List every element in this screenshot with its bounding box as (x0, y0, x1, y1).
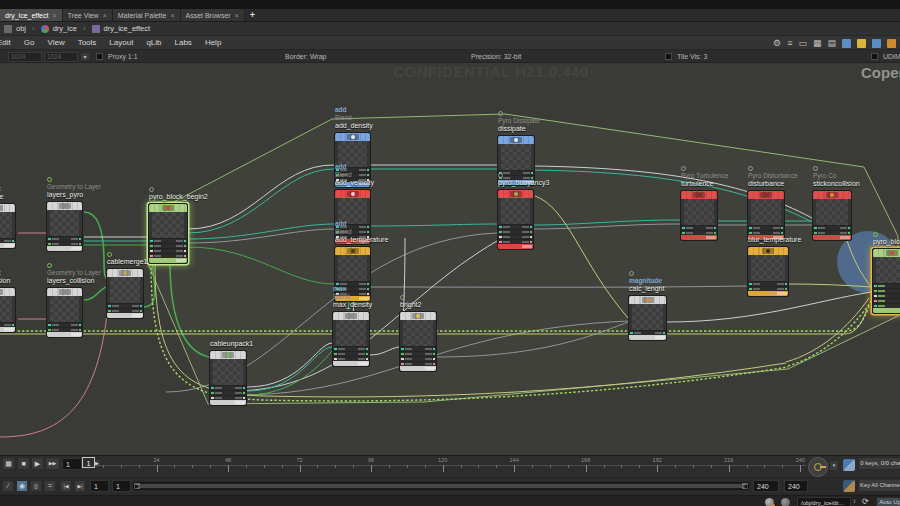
new-tab-button[interactable]: + (245, 9, 260, 21)
playback-range-slider[interactable]: ▶ ◀ (133, 482, 749, 490)
graph-node-pyro_block_begin2[interactable]: pyro_block_begin2 (148, 203, 188, 264)
tile-vis-checkbox[interactable] (665, 53, 672, 60)
range-handle-left[interactable]: ▶ (134, 483, 140, 489)
graph-node-ision[interactable]: rtision (0, 287, 16, 333)
close-icon[interactable]: × (103, 12, 107, 19)
network-editor-canvas[interactable]: CONFIDENTIAL H21.0.440 Copernicus rtcert… (0, 0, 900, 506)
playback-start-field[interactable]: 1 (112, 480, 131, 492)
graph-node-add_temperature[interactable]: addBlendadd_temperature (334, 246, 371, 302)
node-body[interactable] (628, 295, 667, 341)
goto-end-button[interactable]: ▶| (74, 480, 86, 492)
grid-view-icon[interactable]: ▦ (813, 37, 822, 49)
channel-editor-icon[interactable] (843, 459, 855, 471)
key-options-dropdown[interactable]: ▾ (829, 460, 839, 471)
graph-node-disturbance[interactable]: Pyro Disturbancedisturbance (747, 190, 785, 241)
blue-panel-2-icon[interactable] (872, 39, 881, 48)
graph-node-cablemerge1[interactable]: cablemerge1 (106, 268, 144, 319)
step-options-icon[interactable]: = (44, 480, 56, 492)
keyframe-photo-icon[interactable] (843, 480, 855, 492)
resolution-dropdown[interactable]: ▾ (80, 52, 90, 61)
node-body[interactable] (209, 350, 247, 406)
playhead-marker[interactable]: 1 (82, 457, 95, 468)
playback-end-field[interactable]: 240 (753, 480, 779, 492)
graph-node-bright2[interactable]: bright2 (399, 311, 437, 372)
menu-edit[interactable]: Edit (0, 38, 11, 47)
graph-node-dissipate[interactable]: Pyro Dissipatedissipate (497, 135, 535, 186)
graph-node-layers_collision[interactable]: Geometry to Layerlayers_collision (46, 287, 83, 338)
node-body[interactable] (812, 190, 852, 241)
close-icon[interactable]: × (52, 12, 56, 19)
node-body[interactable] (334, 132, 371, 188)
menu-layout[interactable]: Layout (109, 38, 133, 47)
goto-start-button[interactable]: |◀ (60, 480, 72, 492)
menu-tools[interactable]: Tools (78, 38, 97, 47)
tab-asset-browser[interactable]: Asset Browser × (181, 9, 245, 21)
graph-node-pyro_buoyancy3[interactable]: pyro_buoyancy3 (497, 189, 534, 250)
node-body[interactable] (0, 203, 16, 249)
yellow-panel-icon[interactable] (857, 39, 866, 48)
resolution-height-field[interactable]: 1024 (44, 52, 78, 62)
slope-icon[interactable]: ∕ (2, 480, 14, 492)
graph-node-pyro_block_end2[interactable]: pyro_block_end2 (872, 248, 900, 314)
key-options-button[interactable] (808, 457, 828, 477)
node-body[interactable] (747, 190, 785, 241)
breadcrumb-dry-ice-effect[interactable]: dry_ice_effect (104, 24, 151, 33)
tab-dry-ice-effect[interactable]: dry_ice_effect × (0, 9, 63, 21)
tab-tree-view[interactable]: Tree View × (63, 9, 113, 21)
menu-help[interactable]: Help (205, 38, 221, 47)
tools-gear-icon[interactable]: ⚙ (773, 37, 781, 49)
refresh-icon[interactable]: ⟳ (862, 497, 869, 506)
resolution-width-field[interactable]: 1024 (8, 52, 42, 62)
breadcrumb-dry-ice[interactable]: dry_ice (53, 24, 77, 33)
menu-labs[interactable]: Labs (175, 38, 192, 47)
orange-panel-icon[interactable] (887, 39, 896, 48)
list-bars-icon[interactable]: ≡ (787, 37, 792, 49)
close-icon[interactable]: × (170, 12, 174, 19)
node-body[interactable] (680, 190, 718, 241)
current-node-path-field[interactable]: /obj/dry_ice/dr... (797, 497, 851, 506)
path-spinner-icon[interactable]: ↕ (853, 498, 856, 504)
proxy-checkbox[interactable] (96, 53, 103, 60)
range-handle-right[interactable]: ◀ (742, 483, 748, 489)
node-body[interactable] (46, 201, 83, 252)
node-body[interactable] (0, 287, 16, 333)
node-body[interactable] (334, 189, 371, 245)
node-body[interactable] (497, 189, 534, 250)
node-body[interactable] (332, 311, 370, 367)
range-start-field[interactable]: 1 (90, 480, 109, 492)
menu-view[interactable]: View (47, 38, 64, 47)
monitor-icon[interactable]: ▭ (798, 37, 807, 49)
graph-node-add_velocity[interactable]: addBlendadd_velocity (334, 189, 371, 245)
node-body[interactable] (148, 203, 188, 264)
breadcrumb-obj[interactable]: obj (16, 24, 26, 33)
graph-node-blur_temperature[interactable]: blur_temperature (747, 246, 789, 297)
close-icon[interactable]: × (235, 12, 239, 19)
keyframe-options-icon[interactable]: {} (30, 480, 42, 492)
node-body[interactable] (497, 135, 535, 186)
node-body[interactable] (872, 248, 900, 314)
udim-checkbox[interactable] (871, 53, 878, 60)
key-all-channels-button[interactable]: Key All Channels (858, 479, 900, 492)
graph-node-turbulence[interactable]: Pyro Turbulenceturbulence (680, 190, 718, 241)
node-body[interactable] (46, 287, 83, 338)
graph-node-max_density[interactable]: maxBlendmax_density (332, 311, 370, 367)
timeline-ruler[interactable]: 244872961201441681922162401 (0, 456, 810, 476)
graph-node-calc_lenght[interactable]: magnitudecalc_lenght (628, 295, 667, 341)
menu-go[interactable]: Go (24, 38, 35, 47)
auto-update-button[interactable]: Auto Update (876, 497, 900, 506)
menu-qlib[interactable]: qLib (146, 38, 161, 47)
graph-node-layers_pyro[interactable]: Geometry to Layerlayers_pyro (46, 201, 83, 252)
graph-node-add_density[interactable]: addBlendadd_density (334, 132, 371, 188)
node-body[interactable] (334, 246, 371, 302)
keys-count-button[interactable]: 0 keys, 0/0 chan (858, 457, 900, 470)
node-body[interactable] (747, 246, 789, 297)
node-body[interactable] (399, 311, 437, 372)
graph-node-ce[interactable]: rtce (0, 203, 16, 249)
range-end-field[interactable]: 240 (784, 480, 808, 492)
tab-material-palette[interactable]: Material Palette × (113, 9, 181, 21)
blue-panel-icon[interactable] (842, 39, 851, 48)
split-view-icon[interactable]: ▤ (827, 37, 836, 49)
graph-node-cableunpack1[interactable]: cableunpack1 (209, 350, 247, 406)
graph-node-stickoncollision[interactable]: Pyro Costickoncollision (812, 190, 852, 241)
realtime-toggle-icon[interactable]: ◉ (16, 480, 28, 492)
